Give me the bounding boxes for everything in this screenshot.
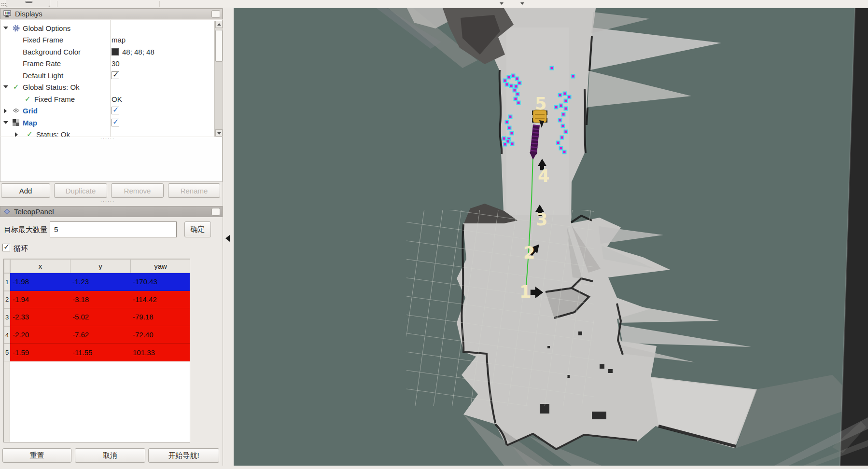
row-number[interactable]: 5 (4, 344, 10, 361)
max-goal-input[interactable] (50, 221, 177, 237)
expander-right-icon[interactable] (4, 109, 7, 113)
goal-cell-y[interactable]: -3.18 (70, 291, 131, 309)
tree-row-fixed-frame-status[interactable]: ✓ Fixed Frame OK (0, 94, 214, 105)
goal-cell-x[interactable]: -2.33 (10, 308, 70, 326)
expander-down-icon[interactable] (3, 121, 8, 124)
column-header-x[interactable]: x (10, 259, 70, 273)
default-light-checkbox[interactable] (112, 71, 119, 79)
row-number[interactable]: 3 (4, 308, 10, 326)
tree-label: Global Status: Ok (23, 83, 80, 91)
goal-cell-x[interactable]: -2.20 (10, 326, 70, 344)
duplicate-display-button[interactable]: Duplicate (54, 183, 107, 198)
toolbar-tool-button[interactable] (6, 0, 50, 7)
status-ok-check-icon: ✓ (25, 95, 31, 103)
tree-row-global-status[interactable]: ✓ Global Status: Ok (0, 82, 214, 93)
tree-label: Default Light (23, 71, 63, 80)
teleop-panel-header[interactable]: TeleopPanel (0, 206, 223, 217)
waypoint-label: 4 (538, 166, 549, 186)
tree-row-frame-rate[interactable]: Frame Rate 30 (0, 58, 214, 69)
dock-edge (223, 8, 223, 466)
column-header-y[interactable]: y (70, 259, 131, 273)
displays-tree[interactable]: Global Options Fixed Frame map Backgroun… (0, 20, 223, 137)
status-ok-check-icon: ✓ (27, 130, 33, 137)
column-header-yaw[interactable]: yaw (130, 259, 190, 273)
waypoint-label: 2 (523, 243, 535, 262)
teleop-panel-title: TeleopPanel (14, 207, 54, 216)
toolbar-separator (57, 1, 57, 7)
start-navigation-button[interactable]: 开始导航! (148, 448, 219, 463)
displays-panel-header[interactable]: Displays (0, 8, 223, 19)
dock-splitter-dots[interactable]: ······ (100, 199, 115, 204)
dropdown-arrow-icon[interactable] (520, 2, 524, 5)
color-swatch[interactable] (112, 48, 119, 55)
fixed-frame-value[interactable]: map (112, 36, 126, 44)
remove-display-button[interactable]: Remove (111, 183, 164, 198)
goal-table[interactable]: x y yaw 1-1.98-1.23-170.432-1.94-3.18-11… (3, 259, 190, 442)
tree-row-background-color[interactable]: Background Color 48; 48; 48 (0, 46, 214, 58)
tree-row-global-options[interactable]: Global Options (0, 23, 214, 34)
background-color-value[interactable]: 48; 48; 48 (122, 48, 154, 56)
scrollbar-thumb[interactable] (215, 30, 223, 62)
tool-icon (26, 1, 32, 3)
tree-row-default-light[interactable]: Default Light (0, 70, 214, 82)
tree-scrollbar[interactable] (214, 21, 223, 137)
expander-right-icon[interactable] (15, 132, 18, 137)
dock-splitter-dots[interactable]: ······ (100, 136, 115, 140)
tree-label: Fixed Frame (34, 95, 75, 103)
reset-button[interactable]: 重置 (2, 448, 71, 463)
confirm-button[interactable]: 确定 (184, 221, 211, 237)
rename-display-button[interactable]: Rename (168, 183, 220, 198)
scroll-down-button[interactable] (215, 129, 223, 137)
goal-cell-yaw[interactable]: -170.43 (130, 273, 190, 291)
row-number[interactable]: 4 (4, 326, 10, 344)
row-number[interactable]: 1 (4, 273, 10, 291)
goal-cell-x[interactable]: -1.94 (10, 291, 70, 309)
tree-row-grid[interactable]: Grid (0, 105, 214, 117)
map-display-icon (12, 119, 20, 126)
goal-cell-x[interactable]: -1.98 (10, 273, 70, 291)
goal-cell-y[interactable]: -11.55 (70, 344, 131, 361)
dropdown-arrow-icon[interactable] (500, 2, 504, 5)
panel-float-button[interactable] (211, 208, 220, 216)
scroll-up-button[interactable] (215, 21, 223, 28)
status-ok-check-icon: ✓ (13, 83, 19, 91)
tree-row-map[interactable]: Map (0, 117, 214, 129)
map-viewport[interactable]: 12345 (234, 8, 868, 466)
teleop-panel-icon (3, 208, 11, 215)
map-enabled-checkbox[interactable] (112, 119, 119, 126)
row-number[interactable]: 2 (4, 291, 10, 309)
fixed-frame-status-value: OK (112, 95, 122, 103)
tree-label: Map (23, 119, 37, 127)
loop-checkbox[interactable] (2, 244, 10, 251)
goal-cell-yaw[interactable]: -72.40 (130, 326, 190, 344)
tree-label: Frame Rate (23, 59, 61, 68)
frame-rate-value[interactable]: 30 (112, 59, 120, 68)
expander-down-icon[interactable] (3, 27, 8, 29)
gear-icon (12, 24, 20, 32)
top-toolbar (0, 0, 868, 8)
tree-label: Fixed Frame (23, 36, 63, 44)
goal-cell-y[interactable]: -1.23 (70, 273, 131, 291)
goal-cell-y[interactable]: -7.62 (70, 326, 131, 344)
loop-label: 循环 (14, 244, 28, 253)
grid-display-icon (12, 107, 20, 114)
goal-cell-yaw[interactable]: -79.18 (130, 308, 190, 326)
toolbar-separator (159, 1, 160, 7)
goal-cell-x[interactable]: -1.59 (10, 344, 70, 361)
dock-collapse-arrow-icon[interactable] (225, 235, 230, 242)
grid-enabled-checkbox[interactable] (112, 107, 119, 114)
table-corner-header (4, 259, 10, 273)
tree-row-fixed-frame[interactable]: Fixed Frame map (0, 34, 214, 46)
expander-down-icon[interactable] (3, 85, 8, 88)
waypoint-label: 5 (535, 94, 546, 113)
goal-cell-yaw[interactable]: 101.33 (130, 344, 190, 361)
goal-cell-y[interactable]: -5.02 (70, 308, 131, 326)
displays-panel-title: Displays (15, 10, 42, 18)
toolbar-grip-icon[interactable] (1, 2, 6, 6)
cancel-button[interactable]: 取消 (75, 448, 145, 463)
goal-cell-yaw[interactable]: -114.42 (130, 291, 190, 309)
panel-float-button[interactable] (211, 10, 220, 18)
displays-list-empty-area[interactable] (0, 137, 223, 182)
add-display-button[interactable]: Add (1, 183, 50, 198)
tree-label: Global Options (23, 24, 70, 32)
